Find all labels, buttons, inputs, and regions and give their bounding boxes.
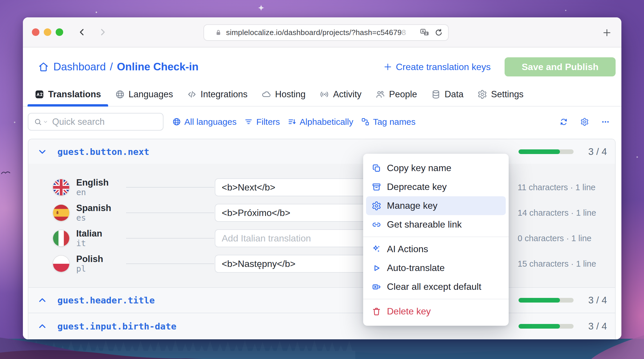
language-rows: Englishen <b>Next</b> 11 characters · 1 …: [28, 164, 615, 287]
save-and-publish-button[interactable]: Save and Publish: [505, 57, 616, 76]
key-row-guest-button-next[interactable]: guest.button.next 3 / 4: [28, 139, 615, 164]
copy-icon: [372, 163, 381, 173]
activity-icon: [319, 89, 329, 99]
tag-names-button[interactable]: Tag names: [361, 117, 416, 127]
traffic-lights: [32, 28, 63, 36]
close-window-button[interactable]: [32, 28, 39, 36]
tab-translations[interactable]: Translations: [28, 84, 108, 106]
sort-alphabetically-button[interactable]: Alphabetically: [288, 117, 353, 127]
browser-chrome: simplelocalize.io/dashboard/projects/?ha…: [23, 17, 621, 47]
key-name[interactable]: guest.header.title: [57, 295, 155, 305]
leader-line: [126, 263, 214, 264]
forward-icon[interactable]: [98, 27, 108, 37]
tab-integrations[interactable]: Integrations: [180, 84, 254, 106]
plus-icon: [383, 62, 392, 72]
language-name: Polish: [76, 254, 103, 264]
archive-icon: [372, 182, 381, 192]
gear-icon: [477, 89, 487, 99]
tags-icon: [361, 117, 370, 126]
progress-bar: [519, 149, 574, 154]
menu-item-auto-translate[interactable]: Auto-translate: [363, 259, 509, 277]
flag-spain: [53, 205, 69, 221]
menu-item-copy-key-name[interactable]: Copy key name: [363, 159, 509, 177]
bird-silhouette: [1, 170, 10, 175]
key-name[interactable]: guest.button.next: [57, 146, 149, 157]
translate-icon: [34, 89, 44, 99]
tab-settings[interactable]: Settings: [470, 84, 530, 106]
tab-data[interactable]: Data: [424, 84, 470, 106]
cloud-icon: [261, 89, 271, 99]
back-icon[interactable]: [77, 27, 87, 37]
translate-page-icon[interactable]: [420, 28, 430, 38]
translation-meta: 0 characters · 1 line: [506, 234, 615, 243]
language-code: it: [76, 239, 86, 248]
menu-item-deprecate-key[interactable]: Deprecate key: [363, 177, 509, 196]
flag-italy: [53, 230, 69, 246]
progress-bar: [519, 324, 574, 329]
tab-people[interactable]: People: [368, 84, 424, 106]
chevron-down-icon[interactable]: [37, 146, 48, 157]
menu-item-ai-actions[interactable]: AI Actions: [363, 240, 509, 259]
url-bar[interactable]: simplelocalize.io/dashboard/projects/?ha…: [203, 24, 449, 41]
chevron-up-icon[interactable]: [37, 321, 48, 331]
search-input[interactable]: Quick search: [28, 113, 163, 131]
language-code: es: [76, 213, 86, 223]
trash-icon: [372, 307, 381, 316]
menu-item-manage-key[interactable]: Manage key: [366, 196, 506, 215]
toolbar: Quick search All languages Filters Alpha…: [28, 113, 616, 131]
key-context-menu: Copy key name Deprecate key Manage key G…: [363, 154, 509, 326]
key-name[interactable]: guest.input.birth-date: [57, 321, 177, 331]
breadcrumb-root[interactable]: Dashboard: [53, 61, 106, 73]
language-row-spanish: Spanishes <b>Próximo</b> 14 characters ·…: [28, 200, 615, 226]
flag-poland: [53, 256, 69, 272]
all-languages-filter[interactable]: All languages: [172, 117, 237, 127]
tab-activity[interactable]: Activity: [312, 84, 368, 106]
url-text: simplelocalize.io/dashboard/projects/?ha…: [226, 28, 406, 37]
chevron-up-icon[interactable]: [37, 295, 48, 305]
create-translation-keys-button[interactable]: Create translation keys: [383, 62, 491, 72]
language-row-italian: Italianit Add Italian translation 0 char…: [28, 226, 615, 251]
home-icon[interactable]: [38, 61, 49, 73]
reload-icon[interactable]: [434, 28, 443, 38]
sparkle-star: [258, 5, 264, 11]
language-name: Italian: [76, 228, 102, 239]
new-tab-icon[interactable]: [602, 28, 612, 38]
refresh-icon[interactable]: [559, 118, 568, 126]
minimize-window-button[interactable]: [44, 28, 51, 36]
progress-label: 3 / 4: [579, 146, 607, 157]
breadcrumb: Dashboard / Online Check-in: [38, 61, 199, 73]
link-icon: [372, 220, 381, 230]
tab-languages[interactable]: Languages: [108, 84, 180, 106]
gear-icon[interactable]: [580, 118, 589, 126]
menu-item-clear-all-except-default[interactable]: Clear all except default: [363, 277, 509, 296]
browser-window: simplelocalize.io/dashboard/projects/?ha…: [23, 17, 621, 339]
menu-item-delete-key[interactable]: Delete key: [363, 302, 509, 321]
lock-icon: [214, 29, 222, 36]
translation-keys-table: guest.button.next 3 / 4 Englishen <b>Nex…: [28, 139, 616, 339]
clear-icon: [372, 282, 381, 292]
people-icon: [375, 89, 385, 99]
sort-icon: [288, 117, 296, 126]
language-name: English: [76, 177, 109, 188]
menu-divider: [363, 299, 509, 299]
key-row-guest-input-birth-date[interactable]: guest.input.birth-date 3 / 4: [28, 313, 615, 339]
translation-meta: 11 characters · 1 line: [506, 183, 615, 192]
filter-icon: [244, 117, 253, 126]
tab-hosting[interactable]: Hosting: [254, 84, 312, 106]
language-code: en: [76, 188, 86, 197]
zoom-window-button[interactable]: [56, 28, 63, 36]
filters-button[interactable]: Filters: [244, 117, 280, 127]
progress-label: 3 / 4: [579, 321, 607, 332]
more-options-icon[interactable]: [601, 118, 610, 126]
database-icon: [431, 89, 441, 99]
menu-item-get-shareable-link[interactable]: Get shareable link: [363, 215, 509, 234]
sparkle-dot: [14, 122, 15, 123]
translation-meta: 14 characters · 1 line: [506, 208, 615, 218]
progress-label: 3 / 4: [579, 295, 607, 306]
leader-line: [126, 238, 214, 239]
play-icon: [372, 263, 381, 273]
breadcrumb-separator: /: [110, 61, 113, 73]
search-icon: [34, 118, 42, 126]
code-icon: [187, 89, 197, 99]
key-row-guest-header-title[interactable]: guest.header.title 3 / 4: [28, 287, 615, 313]
